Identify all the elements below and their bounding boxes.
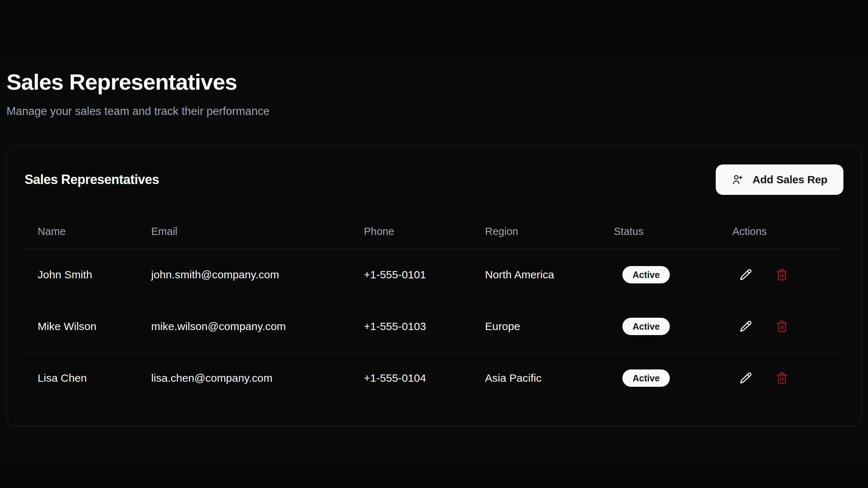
rep-email: lisa.chen@company.com — [151, 372, 272, 384]
table-row: Mike Wilson mike.wilson@company.com +1-5… — [25, 301, 843, 352]
sales-reps-table: Name Email Phone Region Status Actions J… — [25, 195, 843, 404]
rep-phone: +1-555-0104 — [364, 372, 426, 384]
column-header-actions: Actions — [719, 195, 843, 249]
status-badge: Active — [622, 266, 670, 283]
column-header-name: Name — [25, 195, 138, 249]
rep-email: john.smith@company.com — [151, 269, 279, 281]
trash-icon — [776, 269, 788, 281]
table-row: Lisa Chen lisa.chen@company.com +1-555-0… — [25, 352, 843, 404]
row-actions — [732, 269, 843, 281]
rep-email: mike.wilson@company.com — [151, 320, 286, 332]
status-badge: Active — [622, 369, 670, 387]
card-title: Sales Representatives — [25, 172, 159, 187]
rep-phone: +1-555-0101 — [364, 269, 426, 281]
add-sales-rep-button[interactable]: Add Sales Rep — [716, 164, 843, 195]
table-row: John Smith john.smith@company.com +1-555… — [25, 249, 843, 301]
trash-icon — [776, 320, 788, 333]
sales-reps-card: Sales Representatives Add Sales Rep Na — [6, 146, 862, 427]
edit-button[interactable] — [740, 269, 752, 281]
rep-name: John Smith — [38, 269, 92, 281]
column-header-email: Email — [138, 195, 351, 249]
delete-button[interactable] — [776, 269, 788, 281]
edit-button[interactable] — [740, 320, 752, 333]
delete-button[interactable] — [776, 372, 788, 384]
rep-phone: +1-555-0103 — [364, 320, 426, 332]
edit-button[interactable] — [740, 372, 752, 384]
user-plus-icon — [732, 174, 743, 185]
column-header-status: Status — [601, 195, 719, 249]
row-actions — [732, 372, 843, 384]
card-header: Sales Representatives Add Sales Rep — [25, 164, 843, 195]
row-actions — [732, 320, 843, 333]
rep-name: Lisa Chen — [38, 372, 87, 384]
rep-region: Asia Pacific — [485, 372, 541, 384]
status-badge: Active — [622, 318, 670, 335]
table-header-row: Name Email Phone Region Status Actions — [25, 195, 843, 249]
rep-name: Mike Wilson — [38, 320, 97, 332]
rep-region: North America — [485, 269, 554, 281]
pencil-icon — [740, 372, 752, 384]
delete-button[interactable] — [776, 320, 788, 333]
pencil-icon — [740, 320, 752, 333]
page-subtitle: Manage your sales team and track their p… — [7, 104, 269, 118]
page-title: Sales Representatives — [7, 71, 237, 93]
add-sales-rep-label: Add Sales Rep — [753, 174, 827, 186]
column-header-region: Region — [472, 195, 601, 249]
column-header-phone: Phone — [351, 195, 472, 249]
pencil-icon — [740, 269, 752, 281]
rep-region: Europe — [485, 320, 520, 332]
table-body: John Smith john.smith@company.com +1-555… — [25, 249, 843, 404]
trash-icon — [776, 372, 788, 384]
